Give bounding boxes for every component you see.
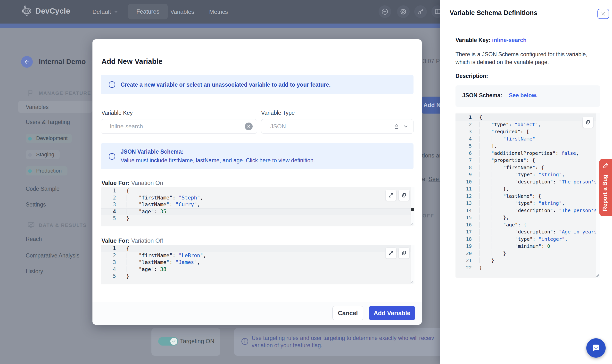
sidebar-item-production[interactable]: Production bbox=[26, 166, 67, 175]
variable-schema-panel: Variable Schema Definitions Variable Key… bbox=[440, 0, 612, 364]
info-icon bbox=[108, 80, 116, 89]
info-banner-text: Create a new variable or select an unass… bbox=[121, 81, 330, 88]
json-schema-banner bbox=[101, 143, 414, 169]
section-data-results: DATA & RESULTS bbox=[27, 221, 87, 229]
variable-key-input[interactable]: inline-search bbox=[101, 119, 257, 134]
gear-icon bbox=[400, 8, 407, 15]
sidebar-item-history[interactable]: History bbox=[26, 268, 43, 275]
clear-input-button[interactable] bbox=[245, 123, 253, 130]
nav-tab-metrics[interactable]: Metrics bbox=[209, 0, 228, 24]
brand[interactable]: DevCycle bbox=[21, 5, 70, 17]
env-dot-development bbox=[28, 137, 32, 141]
targeting-toggle[interactable] bbox=[158, 337, 178, 346]
variable-page-link[interactable]: variable page bbox=[514, 59, 547, 65]
add-variable-modal: Add New Variable Create a new variable o… bbox=[92, 39, 422, 325]
add-variable-button[interactable]: Add Variable bbox=[369, 306, 415, 320]
back-button[interactable] bbox=[21, 56, 33, 68]
feature-title: Internal Demo bbox=[39, 58, 86, 66]
here-link[interactable]: here bbox=[260, 157, 271, 164]
sidebar-item-variables[interactable]: Variables bbox=[18, 101, 92, 113]
settings-button[interactable] bbox=[397, 5, 410, 18]
section-manage-feature: MANAGE FEATURE bbox=[27, 89, 91, 97]
arrow-left-icon bbox=[24, 59, 30, 65]
modal-title: Add New Variable bbox=[102, 57, 163, 65]
off-badge: OFF bbox=[422, 213, 434, 219]
devcycle-logo-icon bbox=[21, 5, 32, 17]
panel-description: There is a JSON Schema configured for th… bbox=[456, 51, 587, 66]
panel-title: Variable Schema Definitions bbox=[450, 9, 537, 17]
json-schema-banner-body: Value must include firstName, lastName, … bbox=[121, 157, 315, 164]
chat-widget-button[interactable] bbox=[586, 338, 606, 358]
lock-icon bbox=[393, 123, 400, 130]
value-off-label: Value For: Variation Off bbox=[102, 237, 163, 244]
key-icon bbox=[417, 8, 424, 15]
chat-bubble-icon bbox=[591, 343, 601, 353]
chevron-down-icon bbox=[403, 124, 408, 129]
api-keys-button[interactable] bbox=[414, 5, 427, 18]
nav-tab-variables[interactable]: Variables bbox=[170, 0, 194, 24]
project-selector[interactable]: Default bbox=[92, 0, 118, 24]
modal-footer: Cancel Add Variable bbox=[92, 302, 422, 325]
timestamp-fragment: 3:07 P bbox=[423, 58, 440, 65]
value-on-label: Value For: Variation On bbox=[102, 180, 163, 186]
devcycle-app: DevCycle Default Features Variables Metr… bbox=[0, 0, 612, 364]
sidebar-item-users-targeting[interactable]: Users & Targeting bbox=[26, 119, 70, 125]
json-schema-row: JSON Schema: See below. bbox=[456, 85, 600, 107]
targeting-toggle-label: Targeting ON bbox=[180, 338, 214, 345]
close-panel-button[interactable] bbox=[598, 9, 609, 19]
json-schema-label: JSON Schema: bbox=[462, 92, 502, 99]
chevron-down-icon bbox=[114, 10, 118, 14]
variable-type-label: Variable Type bbox=[261, 110, 295, 116]
panel-variable-key: Variable Key: inline-search bbox=[456, 37, 527, 43]
targeting-info-text: Use targeting rules and user targeting t… bbox=[252, 334, 434, 349]
plus-circle-icon bbox=[381, 8, 389, 15]
sidebar-item-code-sample[interactable]: Code Sample bbox=[26, 186, 59, 192]
report-bug-tab[interactable]: Report a Bug bbox=[599, 159, 612, 216]
sidebar-item-comparative-analysis[interactable]: Comparative Analysis bbox=[26, 252, 79, 259]
flag-icon bbox=[27, 89, 35, 97]
sidebar-divider bbox=[4, 77, 92, 77]
env-dot-production bbox=[28, 169, 32, 173]
variable-type-select[interactable]: JSON bbox=[261, 119, 414, 134]
nav-tab-features[interactable]: Features bbox=[128, 4, 168, 19]
json-schema-banner-title: JSON Variable Schema: bbox=[121, 148, 184, 155]
sidebar-item-development[interactable]: Development bbox=[26, 134, 72, 143]
text-fragment-variations: tions ar bbox=[422, 152, 441, 159]
create-button[interactable] bbox=[378, 5, 391, 18]
schema-code-block[interactable]: 1{2 "type": "object",3 "required": [4 "f… bbox=[456, 113, 600, 278]
cancel-button[interactable]: Cancel bbox=[332, 306, 363, 320]
variation-off-editor[interactable]: 1{2 "firstName": "LeBron",3 "lastName": … bbox=[101, 245, 415, 284]
variation-on-editor[interactable]: 1{2 "firstName": "Steph",3 "lastName": "… bbox=[101, 187, 415, 226]
sidebar-item-reach[interactable]: Reach bbox=[26, 236, 42, 242]
info-icon bbox=[108, 152, 116, 160]
toggle-knob bbox=[170, 338, 177, 345]
sidebar-item-settings[interactable]: Settings bbox=[26, 201, 46, 208]
info-icon bbox=[241, 337, 249, 346]
sidebar-item-staging[interactable]: Staging bbox=[26, 150, 60, 159]
description-heading: Description: bbox=[456, 73, 488, 79]
chart-presentation-icon bbox=[27, 221, 35, 229]
pencil-icon bbox=[602, 162, 609, 169]
brand-name: DevCycle bbox=[35, 7, 70, 15]
report-bug-label: Report a Bug bbox=[602, 174, 608, 211]
env-dot-staging bbox=[28, 153, 32, 157]
variable-key-link[interactable]: inline-search bbox=[492, 37, 527, 43]
see-below-link[interactable]: See below. bbox=[509, 92, 537, 99]
variable-key-label: Variable Key bbox=[102, 110, 133, 116]
close-icon bbox=[601, 11, 606, 16]
